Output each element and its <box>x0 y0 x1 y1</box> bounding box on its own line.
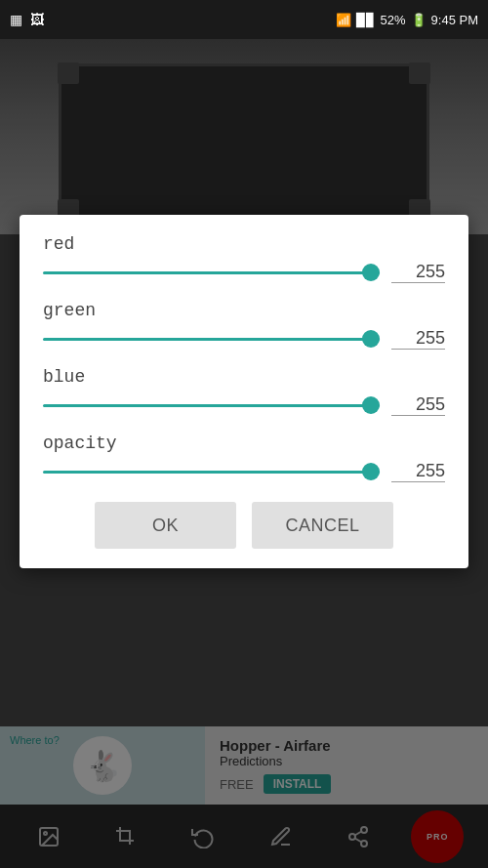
red-slider[interactable] <box>43 271 380 274</box>
blue-slider-wrapper <box>43 395 380 415</box>
green-row: green <box>43 301 445 350</box>
opacity-slider[interactable] <box>43 471 380 474</box>
blue-label: blue <box>43 367 445 387</box>
green-slider-wrapper <box>43 329 380 349</box>
red-row: red <box>43 234 445 283</box>
blue-value-input[interactable] <box>391 394 445 416</box>
blue-slider[interactable] <box>43 404 380 407</box>
ok-button[interactable]: OK <box>95 502 236 549</box>
time-display: 9:45 PM <box>431 13 478 27</box>
dialog-overlay: red green blue <box>0 0 488 868</box>
red-input-row <box>43 262 445 283</box>
battery-percent: 52% <box>381 13 406 27</box>
color-picker-dialog: red green blue <box>20 215 468 568</box>
wifi-icon: 📶 <box>336 13 351 27</box>
blue-input-row <box>43 394 445 416</box>
opacity-label: opacity <box>43 434 445 453</box>
signal-icon: ▉▊ <box>356 13 376 27</box>
red-label: red <box>43 234 445 254</box>
blue-row: blue <box>43 367 445 416</box>
status-bar-right: 📶 ▉▊ 52% 🔋 9:45 PM <box>336 13 478 27</box>
opacity-row: opacity <box>43 434 445 482</box>
opacity-value-input[interactable] <box>391 461 445 482</box>
status-bar: ▦ 🖼 📶 ▉▊ 52% 🔋 9:45 PM <box>0 0 488 39</box>
battery-icon: 🔋 <box>411 13 427 27</box>
dropbox-icon: ▦ <box>10 12 22 27</box>
red-slider-wrapper <box>43 263 380 282</box>
green-label: green <box>43 301 445 320</box>
green-input-row <box>43 328 445 350</box>
opacity-slider-wrapper <box>43 462 380 481</box>
image-icon: 🖼 <box>30 12 44 27</box>
opacity-input-row <box>43 461 445 482</box>
status-bar-left: ▦ 🖼 <box>10 12 44 27</box>
dialog-buttons: OK CANCEL <box>43 502 445 549</box>
cancel-button[interactable]: CANCEL <box>252 502 393 549</box>
red-value-input[interactable] <box>391 262 445 283</box>
green-value-input[interactable] <box>391 328 445 350</box>
green-slider[interactable] <box>43 338 380 341</box>
